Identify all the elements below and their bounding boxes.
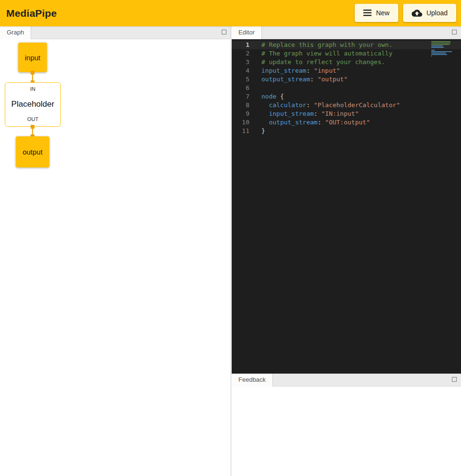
graph-node-output-label: output — [22, 148, 43, 156]
line-number: 10 — [232, 118, 254, 127]
line-number: 5 — [232, 75, 254, 84]
code-text: input_stream: "IN:input" — [261, 110, 359, 118]
code-text: output_stream: "output" — [261, 75, 348, 84]
graph-panel-header: Graph — [0, 26, 231, 39]
line-number: 7 — [232, 92, 254, 101]
maximize-icon[interactable] — [452, 377, 457, 382]
minimap-line — [431, 54, 447, 55]
minimap-line — [431, 53, 446, 54]
editor-line[interactable]: 9 input_stream: "IN:input" — [232, 110, 461, 118]
editor-panel-header: Editor — [232, 26, 461, 39]
minimap-line — [431, 45, 443, 46]
minimap-line — [431, 43, 450, 44]
upload-button-label: Upload — [427, 9, 448, 17]
code-text: # update to reflect your changes. — [261, 58, 385, 66]
code-text: output_stream: "OUT:output" — [261, 118, 370, 127]
feedback-panel-header: Feedback — [232, 374, 461, 387]
code-text: calculator: "PlaceholderCalculator" — [261, 101, 400, 110]
maximize-icon[interactable] — [222, 30, 226, 34]
line-number: 11 — [232, 127, 254, 135]
line-number: 9 — [232, 110, 254, 118]
minimap-line — [431, 41, 450, 42]
editor-line[interactable]: 6 — [232, 84, 461, 92]
placeholder-in-port-label: IN — [30, 86, 35, 92]
code-text: } — [261, 127, 265, 135]
editor-line[interactable]: 7node { — [232, 92, 461, 101]
editor-panel: Editor 1# Replace this graph with your o… — [232, 26, 461, 374]
editor-line[interactable]: 5output_stream: "output" — [232, 75, 461, 84]
minimap-line — [431, 51, 452, 52]
editor-line[interactable]: 3# update to reflect your changes. — [232, 58, 461, 66]
minimap-line — [431, 50, 435, 51]
minimap-line — [431, 55, 432, 56]
tab-feedback[interactable]: Feedback — [232, 374, 273, 387]
maximize-icon[interactable] — [452, 30, 457, 34]
line-number: 6 — [232, 84, 254, 92]
code-text: input_stream: "input" — [261, 66, 340, 75]
editor-line[interactable]: 2# The graph view will automatically — [232, 49, 461, 58]
code-text: # The graph view will automatically — [261, 49, 393, 58]
graph-canvas[interactable]: input IN Placeholder OUT output — [0, 39, 231, 476]
app-title: MediaPipe — [6, 8, 57, 19]
placeholder-out-port-label: OUT — [27, 116, 38, 122]
editor-line[interactable]: 4input_stream: "input" — [232, 66, 461, 75]
code-editor[interactable]: 1# Replace this graph with your own.2# T… — [232, 39, 461, 374]
editor-line[interactable]: 11} — [232, 127, 461, 135]
line-number: 1 — [232, 41, 254, 49]
graph-node-output[interactable]: output — [16, 136, 49, 167]
topbar-actions: New Upload — [355, 4, 456, 22]
feedback-panel: Feedback — [232, 374, 461, 476]
editor-minimap[interactable] — [431, 41, 453, 57]
code-text: node { — [261, 92, 284, 101]
editor-line[interactable]: 10 output_stream: "OUT:output" — [232, 118, 461, 127]
line-number: 4 — [232, 66, 254, 75]
editor-line[interactable]: 8 calculator: "PlaceholderCalculator" — [232, 101, 461, 110]
line-number: 3 — [232, 58, 254, 66]
tab-graph[interactable]: Graph — [0, 26, 31, 39]
feedback-content — [232, 387, 461, 476]
tab-editor[interactable]: Editor — [232, 26, 262, 39]
minimap-line — [431, 44, 450, 45]
graph-node-input[interactable]: input — [18, 43, 47, 72]
cloud-upload-icon — [412, 9, 422, 17]
graph-node-input-label: input — [25, 54, 41, 62]
editor-line[interactable]: 1# Replace this graph with your own. — [232, 41, 461, 49]
app: MediaPipe New Upload — [0, 0, 461, 476]
graph-node-placeholder[interactable]: IN Placeholder OUT — [5, 82, 61, 127]
top-app-bar: MediaPipe New Upload — [0, 0, 461, 26]
new-list-icon — [363, 10, 372, 16]
new-button-label: New — [376, 9, 390, 17]
upload-button[interactable]: Upload — [403, 4, 456, 22]
editor-lines: 1# Replace this graph with your own.2# T… — [232, 41, 461, 135]
line-number: 2 — [232, 49, 254, 58]
new-button[interactable]: New — [355, 4, 398, 22]
line-number: 8 — [232, 101, 254, 110]
minimap-line — [431, 47, 444, 48]
code-text: # Replace this graph with your own. — [261, 41, 393, 49]
placeholder-node-title: Placeholder — [11, 100, 55, 109]
graph-panel: Graph input IN Placeholder OUT output — [0, 26, 231, 476]
